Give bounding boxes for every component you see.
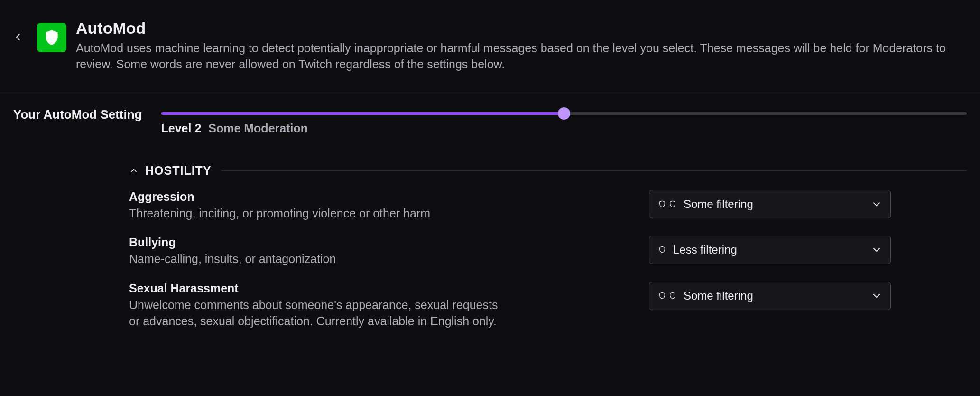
back-button[interactable] [9, 28, 28, 47]
level-number: Level 2 [161, 122, 202, 135]
item-description: Name-calling, insults, or antagonization [129, 251, 336, 267]
filter-select[interactable]: Some filtering [649, 190, 891, 218]
divider [221, 170, 967, 171]
filter-select[interactable]: Less filtering [649, 236, 891, 264]
slider-thumb[interactable] [558, 107, 570, 120]
item-description: Threatening, inciting, or promoting viol… [129, 206, 430, 222]
page-title: AutoMod [76, 19, 948, 38]
filter-value: Some filtering [684, 198, 871, 211]
page-description: AutoMod uses machine learning to detect … [76, 40, 948, 73]
chevron-down-icon [871, 291, 882, 301]
item-title: Sexual Harassment [129, 282, 499, 295]
shield-level-icon [658, 245, 666, 255]
category-header: HOSTILITY [129, 164, 967, 178]
category-item: AggressionThreatening, inciting, or prom… [129, 190, 967, 222]
collapse-toggle[interactable] [129, 166, 139, 175]
item-description: Unwelcome comments about someone's appea… [129, 297, 499, 330]
shield-level-icon [658, 291, 677, 301]
slider-caption: Level 2 Some Moderation [161, 122, 967, 135]
automod-shield-icon [37, 23, 66, 52]
filter-select[interactable]: Some filtering [649, 282, 891, 310]
chevron-down-icon [871, 245, 882, 255]
page-header: AutoMod AutoMod uses machine learning to… [0, 0, 980, 92]
category-title: HOSTILITY [145, 164, 212, 178]
shield-level-icon [658, 199, 677, 209]
setting-label: Your AutoMod Setting [13, 107, 142, 122]
filter-value: Some filtering [684, 289, 871, 302]
level-label: Some Moderation [208, 122, 308, 135]
level-slider[interactable] [161, 112, 967, 115]
chevron-down-icon [871, 199, 882, 209]
automod-setting-row: Your AutoMod Setting Level 2 Some Modera… [13, 107, 967, 135]
category-item: Sexual HarassmentUnwelcome comments abou… [129, 282, 967, 330]
item-title: Aggression [129, 190, 430, 204]
item-title: Bullying [129, 236, 336, 249]
category-item: BullyingName-calling, insults, or antago… [129, 236, 967, 267]
filter-value: Less filtering [673, 243, 871, 256]
